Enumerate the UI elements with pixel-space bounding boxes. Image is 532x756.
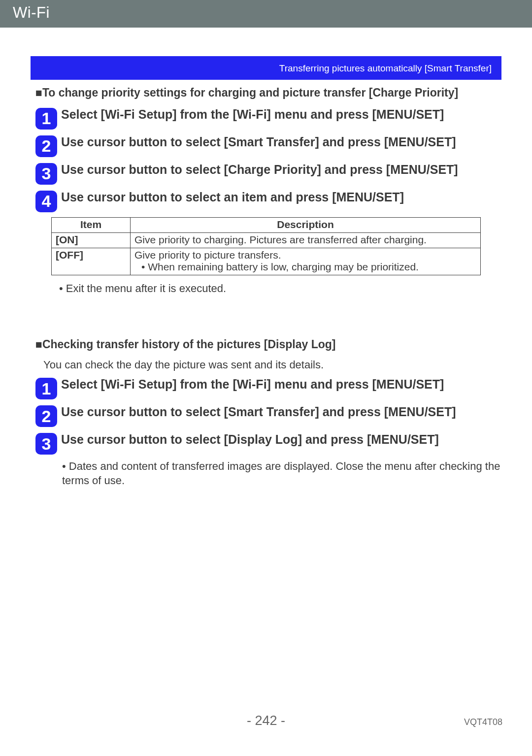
cell-item: [ON] [52,232,131,248]
step: 3 Use cursor button to select [Display L… [35,432,506,455]
banner: Transferring pictures automatically [Sma… [31,56,501,80]
banner-text: Transferring pictures automatically [Sma… [279,63,492,73]
col-header-item: Item [52,217,131,232]
table-row: [ON] Give priority to charging. Pictures… [52,232,481,248]
cell-desc-main: Give priority to picture transfers. [134,249,281,261]
cell-desc: Give priority to picture transfers. • Wh… [131,248,481,275]
section1-heading: ■To change priority settings for chargin… [26,86,506,100]
page-title: Wi-Fi [13,4,50,21]
step-number-icon: 2 [35,135,57,157]
document-id: VQT4T08 [464,717,502,727]
step-number-icon: 3 [35,163,57,185]
exit-note: • Exit the menu after it is executed. [59,282,506,295]
table-header-row: Item Description [52,217,481,232]
col-header-description: Description [131,217,481,232]
cell-desc: Give priority to charging. Pictures are … [131,232,481,248]
header-bar: Wi-Fi [0,0,532,28]
cell-item: [OFF] [52,248,131,275]
step-number-icon: 1 [35,108,57,130]
step-number-icon: 1 [35,378,57,399]
cell-desc-sub: • When remaining battery is low, chargin… [134,261,419,272]
options-table: Item Description [ON] Give priority to c… [51,217,481,275]
step: 2 Use cursor button to select [Smart Tra… [35,404,506,427]
step-text: Use cursor button to select [Charge Prio… [61,162,506,177]
step: 4 Use cursor button to select an item an… [35,190,506,212]
section2-heading: ■Checking transfer history of the pictur… [26,337,506,352]
page-number: - 242 - [0,713,532,728]
table-row: [OFF] Give priority to picture transfers… [52,248,481,275]
step: 2 Use cursor button to select [Smart Tra… [35,134,506,157]
step-text: Select [Wi-Fi Setup] from the [Wi-Fi] me… [61,107,506,122]
step-number-icon: 3 [35,433,57,455]
step-text: Select [Wi-Fi Setup] from the [Wi-Fi] me… [61,377,506,392]
step-text: Use cursor button to select [Smart Trans… [61,134,506,150]
main-content: Transferring pictures automatically [Sma… [0,56,532,488]
step-text: Use cursor button to select [Smart Trans… [61,404,506,420]
section2-sub: You can check the day the picture was se… [26,358,506,372]
step-text: Use cursor button to select an item and … [61,190,506,205]
step-number-icon: 2 [35,405,57,427]
step-text: Use cursor button to select [Display Log… [61,432,506,447]
step-number-icon: 4 [35,191,57,212]
step: 1 Select [Wi-Fi Setup] from the [Wi-Fi] … [35,107,506,130]
section2-footnote: • Dates and content of transferred image… [62,460,506,488]
step: 1 Select [Wi-Fi Setup] from the [Wi-Fi] … [35,377,506,399]
section2: ■Checking transfer history of the pictur… [26,337,506,488]
step: 3 Use cursor button to select [Charge Pr… [35,162,506,185]
